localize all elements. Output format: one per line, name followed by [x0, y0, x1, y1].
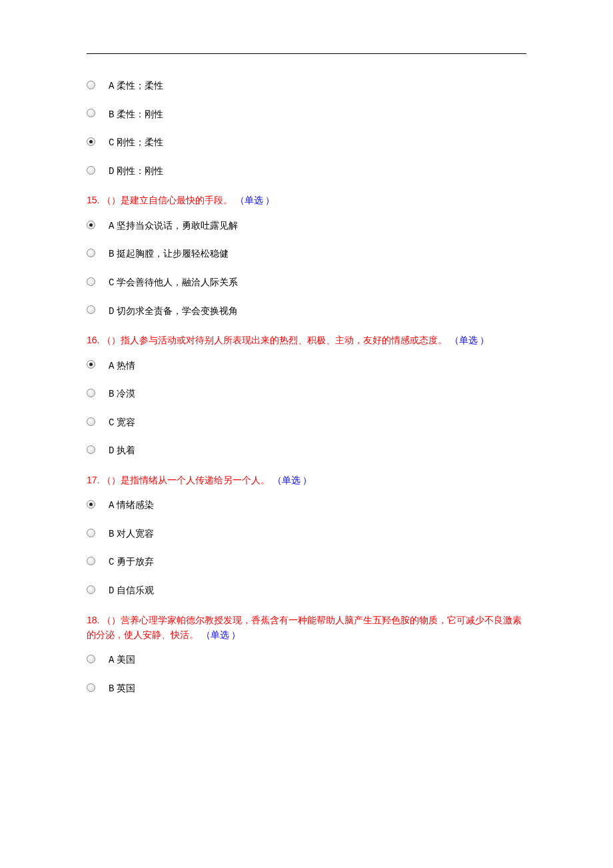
radio-icon[interactable] [87, 529, 95, 537]
option-text: 勇于放弃 [117, 557, 154, 567]
radio-icon[interactable] [87, 445, 95, 454]
question-number: 17. [87, 475, 102, 485]
option-row[interactable]: A美国 [87, 653, 526, 667]
option-text: 宽容 [117, 417, 135, 427]
option-text: 执着 [117, 445, 135, 455]
option-label: C刚性；柔性 [109, 136, 163, 150]
radio-icon[interactable] [87, 417, 95, 426]
question-type: （单选 ） [201, 630, 241, 640]
option-row[interactable]: C勇于放弃 [87, 555, 526, 569]
option-row[interactable]: D自信乐观 [87, 584, 526, 598]
option-row[interactable]: A坚持当众说话，勇敢吐露见解 [87, 219, 526, 233]
radio-icon[interactable] [87, 557, 95, 565]
option-label: D切勿求全责备，学会变换视角 [109, 305, 238, 319]
top-rule [87, 53, 526, 54]
radio-icon[interactable] [87, 305, 95, 314]
radio-icon[interactable] [87, 109, 95, 117]
question-type: （单选 ） [235, 195, 275, 205]
option-row[interactable]: B柔性：刚性 [87, 108, 526, 122]
option-letter: A [109, 655, 114, 665]
option-label: B对人宽容 [109, 527, 154, 541]
radio-icon[interactable] [87, 683, 95, 692]
question-16: 16. （）指人参与活动或对待别人所表现出来的热烈、积极、主动，友好的情感或态度… [87, 333, 526, 348]
option-letter: A [109, 81, 114, 91]
q15-options: A坚持当众说话，勇敢吐露见解 B挺起胸膛，让步履轻松稳健 C学会善待他人，融洽人… [87, 219, 526, 318]
question-type: （单选 ） [450, 335, 490, 345]
radio-icon[interactable] [87, 137, 95, 146]
q18-options: A美国 B英国 [87, 653, 526, 695]
option-text: 情绪感染 [117, 500, 154, 510]
option-text: 对人宽容 [117, 529, 154, 539]
option-text: 热情 [117, 361, 135, 371]
option-row[interactable]: D刚性：刚性 [87, 165, 526, 179]
option-label: B冷漠 [109, 387, 135, 401]
option-row[interactable]: D执着 [87, 444, 526, 458]
radio-icon[interactable] [87, 277, 95, 286]
question-number: 16. [87, 335, 102, 345]
radio-icon[interactable] [87, 360, 95, 369]
q16-options: A热情 B冷漠 C宽容 D执着 [87, 359, 526, 458]
question-18: 18. （）营养心理学家帕德尔教授发现，香蕉含有一种能帮助人脑产生五羟色胺的物质… [87, 613, 526, 643]
question-number: 18. [87, 615, 102, 625]
option-row[interactable]: A柔性；柔性 [87, 79, 526, 93]
question-17: 17. （）是指情绪从一个人传递给另一个人。 （单选 ） [87, 473, 526, 488]
option-label: C勇于放弃 [109, 555, 154, 569]
radio-icon[interactable] [87, 655, 95, 663]
option-row[interactable]: B对人宽容 [87, 527, 526, 541]
option-text: 冷漠 [117, 389, 135, 399]
option-text: 柔性：刚性 [117, 109, 163, 119]
option-letter: C [109, 417, 114, 428]
option-text: 学会善待他人，融洽人际关系 [117, 277, 238, 287]
option-row[interactable]: C刚性；柔性 [87, 136, 526, 150]
radio-icon[interactable] [87, 249, 95, 257]
question-text: （）指人参与活动或对待别人所表现出来的热烈、积极、主动，友好的情感或态度。 [102, 335, 450, 345]
option-letter: A [109, 221, 114, 231]
option-text: 刚性：刚性 [117, 166, 163, 176]
option-label: A热情 [109, 359, 135, 373]
option-row[interactable]: A热情 [87, 359, 526, 373]
q14-options: A柔性；柔性 B柔性：刚性 C刚性；柔性 D刚性：刚性 [87, 79, 526, 178]
option-text: 挺起胸膛，让步履轻松稳健 [117, 249, 229, 259]
q17-options: A情绪感染 B对人宽容 C勇于放弃 D自信乐观 [87, 499, 526, 597]
option-letter: B [109, 389, 114, 399]
question-number: 15. [87, 195, 102, 205]
radio-icon[interactable] [87, 221, 95, 229]
option-letter: B [109, 529, 114, 539]
option-row[interactable]: B冷漠 [87, 387, 526, 401]
radio-icon[interactable] [87, 389, 95, 397]
radio-icon[interactable] [87, 585, 95, 594]
option-letter: B [109, 249, 114, 259]
option-text: 切勿求全责备，学会变换视角 [117, 306, 238, 316]
option-label: D自信乐观 [109, 584, 154, 598]
option-letter: D [109, 306, 114, 317]
document-page: A柔性；柔性 B柔性：刚性 C刚性；柔性 D刚性：刚性 15. （）是建立自信心… [0, 0, 613, 751]
option-letter: D [109, 166, 114, 177]
radio-icon[interactable] [87, 166, 95, 175]
option-letter: C [109, 557, 114, 567]
option-row[interactable]: B英国 [87, 682, 526, 696]
option-label: A柔性；柔性 [109, 79, 163, 93]
question-text: （）是建立自信心最快的手段。 [102, 195, 235, 205]
option-letter: D [109, 445, 114, 456]
option-label: D执着 [109, 444, 135, 458]
option-letter: C [109, 277, 114, 288]
option-label: B英国 [109, 682, 135, 696]
radio-icon[interactable] [87, 81, 95, 89]
option-label: C学会善待他人，融洽人际关系 [109, 276, 238, 290]
option-row[interactable]: D切勿求全责备，学会变换视角 [87, 305, 526, 319]
option-text: 自信乐观 [117, 585, 154, 595]
option-letter: B [109, 683, 114, 694]
option-row[interactable]: A情绪感染 [87, 499, 526, 513]
option-label: A情绪感染 [109, 499, 154, 513]
option-label: B柔性：刚性 [109, 108, 163, 122]
option-row[interactable]: C宽容 [87, 416, 526, 430]
option-letter: B [109, 109, 114, 120]
option-text: 美国 [117, 655, 135, 665]
option-letter: A [109, 500, 114, 511]
question-text: （）是指情绪从一个人传递给另一个人。 [102, 475, 273, 485]
option-label: A坚持当众说话，勇敢吐露见解 [109, 219, 238, 233]
option-row[interactable]: B挺起胸膛，让步履轻松稳健 [87, 247, 526, 261]
radio-icon[interactable] [87, 500, 95, 509]
option-label: A美国 [109, 653, 135, 667]
option-row[interactable]: C学会善待他人，融洽人际关系 [87, 276, 526, 290]
